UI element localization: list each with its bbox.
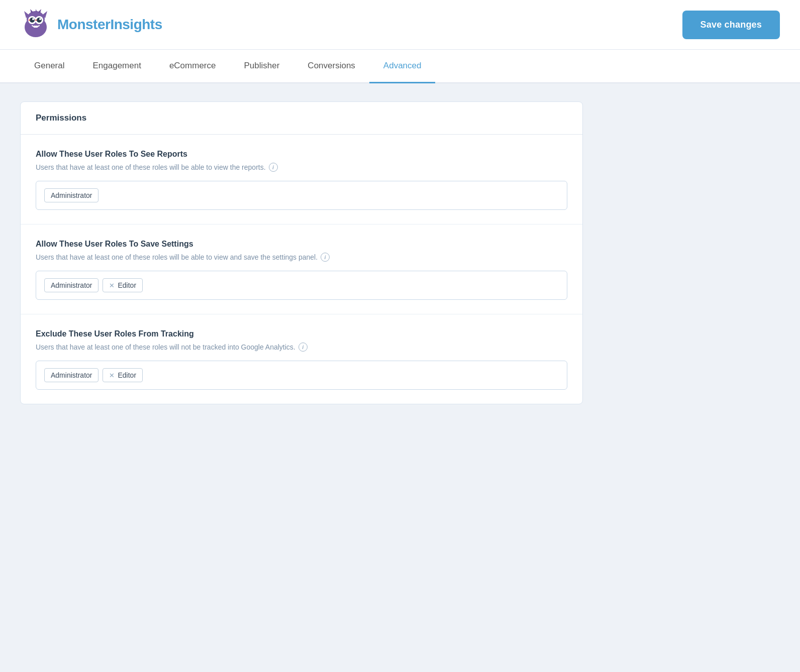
tag-label: Administrator bbox=[51, 281, 92, 289]
tag-administrator-tracking: Administrator bbox=[44, 368, 98, 382]
tag-label: Editor bbox=[118, 281, 136, 289]
permissions-card: Permissions Allow These User Roles To Se… bbox=[20, 101, 583, 404]
info-icon-see-reports[interactable]: i bbox=[269, 163, 278, 172]
tag-remove-editor-tracking[interactable]: ✕ bbox=[109, 372, 115, 379]
tag-remove-editor-settings[interactable]: ✕ bbox=[109, 282, 115, 289]
section-exclude-tracking-title: Exclude These User Roles From Tracking bbox=[36, 329, 567, 339]
tab-advanced[interactable]: Advanced bbox=[369, 50, 436, 83]
tag-editor-tracking: ✕ Editor bbox=[103, 368, 143, 382]
tag-input-exclude-tracking[interactable]: Administrator ✕ Editor bbox=[36, 361, 567, 390]
tag-label: Administrator bbox=[51, 371, 92, 379]
logo-text: MonsterInsights bbox=[57, 17, 162, 33]
section-exclude-tracking-desc: Users that have at least one of these ro… bbox=[36, 343, 567, 352]
logo-area: MonsterInsights bbox=[20, 9, 162, 40]
tab-engagement[interactable]: Engagement bbox=[78, 50, 155, 83]
save-changes-button[interactable]: Save changes bbox=[682, 11, 780, 39]
section-see-reports: Allow These User Roles To See Reports Us… bbox=[21, 135, 582, 225]
tag-label: Administrator bbox=[51, 191, 92, 199]
nav-tabs: General Engagement eCommerce Publisher C… bbox=[0, 50, 800, 83]
tag-label: Editor bbox=[118, 371, 136, 379]
card-title: Permissions bbox=[36, 113, 86, 123]
svg-point-10 bbox=[37, 18, 42, 23]
svg-rect-16 bbox=[34, 26, 36, 28]
tag-administrator-settings: Administrator bbox=[44, 278, 98, 292]
section-see-reports-title: Allow These User Roles To See Reports bbox=[36, 150, 567, 159]
tab-publisher[interactable]: Publisher bbox=[230, 50, 293, 83]
card-header: Permissions bbox=[21, 102, 582, 135]
info-icon-exclude-tracking[interactable]: i bbox=[298, 343, 308, 352]
logo-icon bbox=[20, 9, 51, 40]
info-icon-save-settings[interactable]: i bbox=[321, 253, 330, 262]
svg-point-9 bbox=[30, 18, 35, 23]
tag-administrator-reports: Administrator bbox=[44, 188, 98, 202]
section-save-settings-title: Allow These User Roles To Save Settings bbox=[36, 240, 567, 249]
tag-editor-settings: ✕ Editor bbox=[103, 278, 143, 292]
svg-point-12 bbox=[39, 18, 41, 20]
svg-rect-17 bbox=[36, 26, 38, 28]
section-save-settings: Allow These User Roles To Save Settings … bbox=[21, 225, 582, 314]
tab-ecommerce[interactable]: eCommerce bbox=[155, 50, 230, 83]
section-see-reports-desc: Users that have at least one of these ro… bbox=[36, 163, 567, 172]
main-content: Permissions Allow These User Roles To Se… bbox=[0, 83, 603, 422]
header: MonsterInsights Save changes bbox=[0, 0, 800, 50]
section-exclude-tracking: Exclude These User Roles From Tracking U… bbox=[21, 314, 582, 404]
section-save-settings-desc: Users that have at least one of these ro… bbox=[36, 253, 567, 262]
svg-point-11 bbox=[32, 18, 34, 20]
tag-input-save-settings[interactable]: Administrator ✕ Editor bbox=[36, 271, 567, 300]
tab-conversions[interactable]: Conversions bbox=[293, 50, 369, 83]
tab-general[interactable]: General bbox=[20, 50, 78, 83]
tag-input-see-reports[interactable]: Administrator bbox=[36, 181, 567, 210]
